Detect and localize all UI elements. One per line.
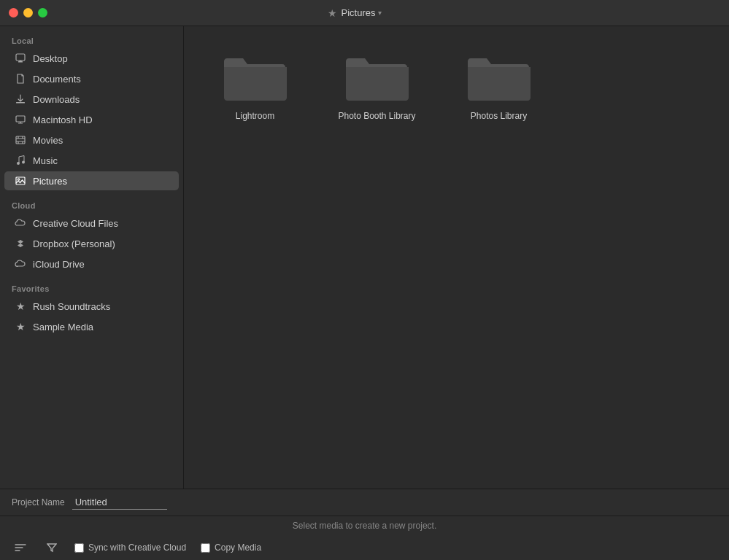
svg-rect-4 bbox=[16, 116, 25, 122]
sidebar-item-creative-cloud-label: Creative Cloud Files bbox=[33, 218, 118, 229]
status-text: Select media to create a new project. bbox=[293, 521, 436, 531]
title-dropdown[interactable]: Pictures ▾ bbox=[342, 7, 382, 18]
sort-button[interactable] bbox=[12, 541, 29, 554]
folder-item-photos-library[interactable]: Photos Library bbox=[442, 41, 555, 127]
monitor-icon bbox=[15, 114, 26, 125]
sidebar-item-movies[interactable]: Movies bbox=[4, 131, 179, 149]
pictures-icon bbox=[15, 175, 26, 187]
sidebar: Local Desktop Documents bbox=[0, 26, 184, 489]
window-title-area: ★ Pictures ▾ bbox=[328, 7, 382, 19]
sidebar-item-pictures[interactable]: Pictures bbox=[4, 171, 179, 190]
icloud-icon bbox=[15, 258, 26, 270]
chevron-down-icon: ▾ bbox=[378, 9, 382, 17]
star-icon-sample: ★ bbox=[15, 321, 26, 332]
sidebar-item-icloud-label: iCloud Drive bbox=[33, 259, 85, 270]
sidebar-item-creative-cloud[interactable]: Creative Cloud Files bbox=[4, 214, 179, 233]
filter-button[interactable] bbox=[44, 541, 60, 554]
svg-point-7 bbox=[22, 161, 25, 164]
sidebar-item-documents-label: Documents bbox=[33, 74, 81, 85]
svg-point-6 bbox=[17, 162, 20, 165]
favorites-section-label: Favorites bbox=[0, 274, 183, 296]
main-content: Local Desktop Documents bbox=[0, 26, 729, 489]
svg-rect-3 bbox=[16, 102, 25, 104]
sidebar-item-macintosh-hd[interactable]: Macintosh HD bbox=[4, 110, 179, 129]
status-row: Select media to create a new project. bbox=[0, 516, 729, 535]
sync-checkbox[interactable] bbox=[74, 543, 84, 553]
svg-rect-0 bbox=[16, 54, 25, 61]
toolbar-row: Sync with Creative Cloud Copy Media bbox=[0, 535, 729, 560]
folder-item-photo-booth[interactable]: Photo Booth Library bbox=[320, 41, 433, 127]
sidebar-item-desktop-label: Desktop bbox=[33, 53, 68, 64]
sidebar-item-pictures-label: Pictures bbox=[33, 176, 67, 187]
folder-icon-photo-booth bbox=[341, 47, 414, 105]
sidebar-item-downloads-label: Downloads bbox=[33, 94, 80, 105]
window-title: Pictures bbox=[342, 7, 376, 18]
sidebar-item-rush-soundtracks-label: Rush Soundtracks bbox=[33, 301, 110, 312]
folder-icon-photos-library bbox=[463, 47, 536, 105]
sidebar-item-music[interactable]: Music bbox=[4, 151, 179, 170]
maximize-button[interactable] bbox=[38, 8, 47, 18]
project-name-label: Project Name bbox=[12, 497, 65, 508]
sidebar-item-movies-label: Movies bbox=[33, 135, 63, 146]
folder-grid: Lightroom Photo Booth Library bbox=[198, 41, 714, 127]
local-section-label: Local bbox=[0, 26, 183, 48]
file-browser: Lightroom Photo Booth Library bbox=[184, 26, 729, 489]
sidebar-item-sample-media[interactable]: ★ Sample Media bbox=[4, 317, 179, 336]
creative-cloud-icon bbox=[15, 217, 26, 229]
document-icon bbox=[15, 73, 26, 85]
svg-rect-2 bbox=[20, 61, 22, 62]
movies-icon bbox=[15, 134, 26, 146]
sidebar-item-macintosh-hd-label: Macintosh HD bbox=[33, 114, 93, 125]
sidebar-item-downloads[interactable]: Downloads bbox=[4, 90, 179, 109]
music-icon bbox=[15, 155, 26, 166]
sidebar-item-music-label: Music bbox=[33, 155, 58, 166]
svg-point-9 bbox=[18, 179, 19, 180]
copy-media-label: Copy Media bbox=[215, 542, 261, 553]
folder-icon-lightroom bbox=[219, 47, 292, 105]
copy-media-checkbox[interactable] bbox=[201, 543, 210, 553]
title-star-icon: ★ bbox=[328, 7, 337, 19]
cloud-section-label: Cloud bbox=[0, 191, 183, 213]
title-bar: ★ Pictures ▾ bbox=[0, 0, 729, 26]
minimize-button[interactable] bbox=[23, 8, 33, 18]
sidebar-item-sample-media-label: Sample Media bbox=[33, 322, 93, 332]
project-name-row: Project Name bbox=[0, 489, 729, 516]
project-name-input[interactable] bbox=[72, 495, 167, 510]
sidebar-item-dropbox[interactable]: Dropbox (Personal) bbox=[4, 234, 179, 253]
sidebar-item-documents[interactable]: Documents bbox=[4, 69, 179, 88]
download-icon bbox=[15, 93, 26, 105]
copy-media-checkbox-group[interactable]: Copy Media bbox=[201, 542, 261, 553]
bottom-bar: Project Name Select media to create a ne… bbox=[0, 489, 729, 560]
folder-item-lightroom[interactable]: Lightroom bbox=[198, 41, 312, 127]
sidebar-item-icloud[interactable]: iCloud Drive bbox=[4, 254, 179, 273]
svg-rect-8 bbox=[16, 177, 25, 184]
sidebar-item-dropbox-label: Dropbox (Personal) bbox=[33, 238, 115, 249]
sidebar-item-desktop[interactable]: Desktop bbox=[4, 49, 179, 68]
sidebar-item-rush-soundtracks[interactable]: ★ Rush Soundtracks bbox=[4, 297, 179, 316]
folder-name-lightroom: Lightroom bbox=[236, 111, 274, 121]
folder-name-photo-booth: Photo Booth Library bbox=[338, 111, 415, 121]
close-button[interactable] bbox=[9, 8, 18, 18]
sync-label: Sync with Creative Cloud bbox=[88, 542, 186, 553]
traffic-lights bbox=[9, 8, 47, 18]
svg-rect-5 bbox=[16, 136, 25, 144]
star-icon-rush: ★ bbox=[15, 300, 26, 312]
desktop-icon bbox=[15, 52, 26, 64]
dropbox-icon bbox=[15, 238, 26, 249]
folder-name-photos-library: Photos Library bbox=[471, 111, 527, 121]
sync-checkbox-group[interactable]: Sync with Creative Cloud bbox=[74, 542, 186, 553]
